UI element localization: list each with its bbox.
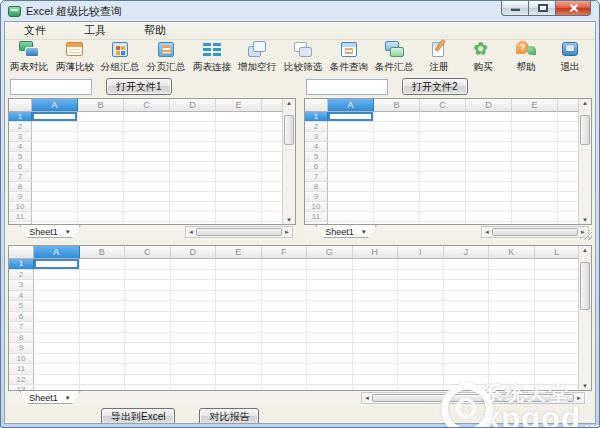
left-horizontal-scrollbar[interactable]: ◄ ► — [185, 226, 293, 238]
left-vertical-scrollbar[interactable]: ▲ ▼ — [282, 99, 295, 224]
cell-I1[interactable] — [398, 259, 444, 270]
cell-C1[interactable] — [124, 112, 170, 122]
column-header-A[interactable]: A — [34, 246, 80, 259]
cell-F9[interactable] — [558, 192, 578, 202]
cell-L12[interactable] — [535, 375, 579, 386]
cell-D8[interactable] — [171, 333, 217, 344]
cell-C2[interactable] — [125, 270, 171, 281]
cell-D1[interactable] — [466, 112, 512, 122]
cell-F8[interactable] — [262, 182, 282, 192]
cell-K9[interactable] — [489, 343, 535, 354]
cell-C8[interactable] — [125, 333, 171, 344]
cell-G11[interactable] — [307, 364, 353, 375]
cell-F6[interactable] — [558, 162, 578, 172]
cell-A6[interactable] — [328, 162, 374, 172]
cell-J12[interactable] — [444, 375, 490, 386]
cell-F10[interactable] — [262, 354, 308, 365]
row-header-6[interactable]: 6 — [9, 162, 32, 172]
row-header-11[interactable]: 11 — [9, 364, 34, 375]
cell-F1[interactable] — [558, 112, 578, 122]
maximize-button[interactable] — [528, 1, 555, 16]
cell-F10[interactable] — [558, 202, 578, 212]
cell-H13[interactable] — [353, 385, 399, 390]
cell-D2[interactable] — [171, 270, 217, 281]
cell-A1[interactable] — [328, 112, 374, 122]
cell-I2[interactable] — [398, 270, 444, 281]
cell-K1[interactable] — [489, 259, 535, 270]
cell-G1[interactable] — [307, 259, 353, 270]
scroll-down-icon[interactable]: ▼ — [579, 217, 591, 223]
cell-E8[interactable] — [512, 182, 558, 192]
cell-E12[interactable] — [216, 222, 262, 224]
cell-L5[interactable] — [535, 301, 579, 312]
toolbar-button-exit[interactable]: 退出 — [551, 39, 589, 74]
cell-H6[interactable] — [353, 312, 399, 323]
row-header-4[interactable]: 4 — [9, 291, 34, 302]
cell-L4[interactable] — [535, 291, 579, 302]
row-header-10[interactable]: 10 — [9, 354, 34, 365]
scroll-right-icon[interactable]: ► — [576, 395, 582, 401]
cell-H4[interactable] — [353, 291, 399, 302]
close-button[interactable] — [555, 1, 591, 16]
cell-F6[interactable] — [262, 312, 308, 323]
cell-F4[interactable] — [262, 142, 282, 152]
scroll-down-icon[interactable]: ▼ — [579, 383, 591, 389]
scroll-up-icon[interactable]: ▲ — [579, 100, 591, 106]
tab-dropdown-icon[interactable]: ▼ — [361, 229, 367, 235]
scroll-left-icon[interactable]: ◄ — [484, 229, 490, 235]
cell-H9[interactable] — [353, 343, 399, 354]
cell-A3[interactable] — [328, 132, 374, 142]
cell-A11[interactable] — [34, 364, 80, 375]
cell-L8[interactable] — [535, 333, 579, 344]
cell-A11[interactable] — [328, 212, 374, 222]
toolbar-button-condition-summary[interactable]: 条件汇总 — [374, 39, 414, 74]
cell-L11[interactable] — [535, 364, 579, 375]
cell-D11[interactable] — [466, 212, 512, 222]
column-header-G[interactable]: G — [307, 246, 353, 259]
cell-D10[interactable] — [170, 202, 216, 212]
cell-F5[interactable] — [262, 301, 308, 312]
cell-A12[interactable] — [328, 222, 374, 224]
cell-C5[interactable] — [420, 152, 466, 162]
cell-F2[interactable] — [262, 122, 282, 132]
cell-D1[interactable] — [170, 112, 216, 122]
cell-E1[interactable] — [512, 112, 558, 122]
cell-F3[interactable] — [262, 132, 282, 142]
cell-B5[interactable] — [374, 152, 420, 162]
scrollbar-thumb[interactable] — [492, 228, 578, 236]
minimize-button[interactable] — [501, 1, 528, 16]
column-header-F[interactable]: F — [558, 99, 578, 112]
cell-D7[interactable] — [171, 322, 217, 333]
toolbar-button-compare-filter[interactable]: 比较筛选 — [283, 39, 323, 74]
right-sheet-tab[interactable]: Sheet1 ▼ — [315, 225, 377, 238]
export-to-excel-button[interactable]: 导出到Excel — [101, 408, 175, 424]
cell-E6[interactable] — [216, 312, 262, 323]
cell-B6[interactable] — [78, 162, 124, 172]
toolbar-button-add-blank-rows[interactable]: 增加空行 — [237, 39, 277, 74]
cell-D10[interactable] — [466, 202, 512, 212]
column-header-C[interactable]: C — [125, 246, 171, 259]
cell-B1[interactable] — [78, 112, 124, 122]
row-header-5[interactable]: 5 — [9, 152, 32, 162]
cell-D8[interactable] — [466, 182, 512, 192]
cell-I8[interactable] — [398, 333, 444, 344]
cell-C8[interactable] — [124, 182, 170, 192]
scrollbar-thumb[interactable] — [580, 262, 590, 310]
cell-H2[interactable] — [353, 270, 399, 281]
row-header-9[interactable]: 9 — [9, 343, 34, 354]
row-header-9[interactable]: 9 — [9, 192, 32, 202]
cell-I11[interactable] — [398, 364, 444, 375]
scroll-up-icon[interactable]: ▲ — [283, 100, 295, 106]
cell-K6[interactable] — [489, 312, 535, 323]
cell-B8[interactable] — [374, 182, 420, 192]
tab-dropdown-icon[interactable]: ▼ — [65, 395, 71, 401]
cell-D8[interactable] — [170, 182, 216, 192]
cell-J9[interactable] — [444, 343, 490, 354]
cell-F4[interactable] — [262, 291, 308, 302]
cell-A2[interactable] — [328, 122, 374, 132]
cell-F12[interactable] — [558, 222, 578, 224]
scrollbar-thumb[interactable] — [284, 115, 294, 145]
cell-E3[interactable] — [512, 132, 558, 142]
cell-I12[interactable] — [398, 375, 444, 386]
cell-E4[interactable] — [512, 142, 558, 152]
